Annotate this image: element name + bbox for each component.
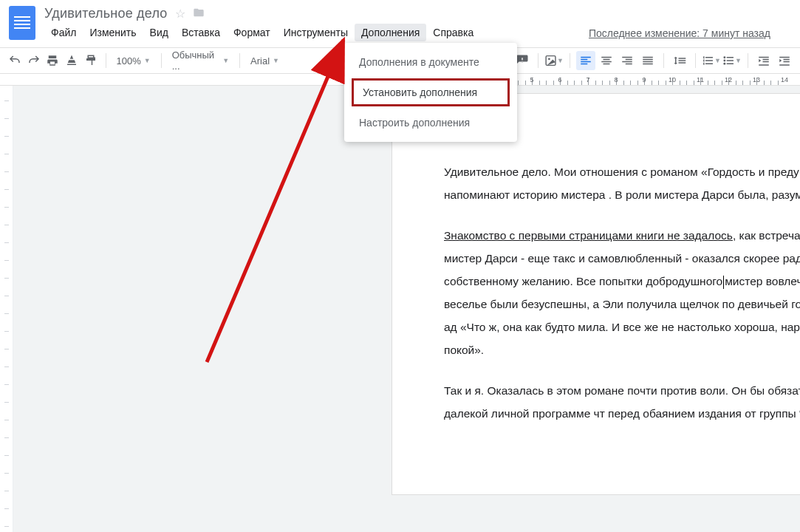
ruler-number: 6 <box>558 76 561 83</box>
spellcheck-button[interactable] <box>63 51 81 70</box>
undo-button[interactable] <box>6 51 24 70</box>
caret-down-icon: ▼ <box>222 57 229 64</box>
separator <box>538 53 539 68</box>
menu-view[interactable]: Вид <box>143 24 175 41</box>
caret-down-icon: ▼ <box>735 57 742 64</box>
ruler-number: 11 <box>697 76 704 83</box>
docs-logo-icon[interactable] <box>9 6 35 40</box>
separator <box>748 53 748 68</box>
menu-insert[interactable]: Вставка <box>175 24 227 41</box>
ruler-number: 13 <box>753 76 760 83</box>
separator <box>161 53 162 68</box>
caret-down-icon: ▼ <box>144 57 151 64</box>
menu-format[interactable]: Формат <box>227 24 277 41</box>
zoom-value: 100% <box>117 55 141 66</box>
paragraph[interactable]: Так и я. Оказалась в этом романе почти п… <box>444 379 800 425</box>
align-right-button[interactable] <box>618 51 637 70</box>
ruler-number: 12 <box>725 76 732 83</box>
menu-file[interactable]: Файл <box>44 24 83 41</box>
menu-help[interactable]: Справка <box>426 24 480 41</box>
paragraph[interactable]: Удивительное дело. Мои отношения с роман… <box>444 160 800 206</box>
caret-down-icon: ▼ <box>714 57 721 64</box>
svg-point-4 <box>723 63 725 65</box>
print-button[interactable] <box>44 51 61 70</box>
indent-button[interactable] <box>775 51 794 70</box>
align-left-button[interactable] <box>576 51 595 70</box>
caret-down-icon: ▼ <box>273 57 279 64</box>
redo-button[interactable] <box>25 51 43 70</box>
align-justify-button[interactable] <box>638 51 657 70</box>
zoom-select[interactable]: 100%▼ <box>112 55 155 66</box>
line-spacing-button[interactable] <box>670 51 689 70</box>
outline-strip <box>0 86 13 532</box>
document-page[interactable]: Удивительное дело. Мои отношения с роман… <box>392 93 800 495</box>
numbered-list-button[interactable]: ▼ <box>702 51 721 70</box>
style-select[interactable]: Обычный ...▼ <box>168 50 233 72</box>
last-edit[interactable]: Последнее изменение: 7 минут назад <box>589 27 770 40</box>
align-center-button[interactable] <box>597 51 616 70</box>
underlined-text[interactable]: Знакомство с первыми страницами книги не… <box>444 229 733 242</box>
separator <box>695 53 696 68</box>
svg-point-2 <box>723 56 725 58</box>
paint-format-button[interactable] <box>82 51 100 70</box>
title-block: Удивительное дело ☆ Файл Изменить Вид Вс… <box>44 6 480 41</box>
bulleted-list-button[interactable]: ▼ <box>722 51 742 70</box>
ruler-number: 7 <box>586 76 589 83</box>
menubar: Файл Изменить Вид Вставка Формат Инструм… <box>44 24 480 41</box>
paragraph[interactable]: Знакомство с первыми страницами книги не… <box>444 224 800 361</box>
svg-point-3 <box>723 60 725 62</box>
menu-addons[interactable]: Дополнения <box>355 24 426 41</box>
ruler-number: 9 <box>642 76 646 83</box>
ruler-number: 14 <box>781 76 788 83</box>
insert-image-button[interactable]: ▼ <box>544 51 564 70</box>
ruler-number: 5 <box>530 76 533 83</box>
document-title[interactable]: Удивительное дело <box>44 6 168 21</box>
font-value: Arial <box>250 55 270 66</box>
move-folder-icon[interactable] <box>193 7 205 21</box>
svg-point-1 <box>548 58 550 60</box>
style-value: Обычный ... <box>172 50 220 72</box>
outdent-button[interactable] <box>754 51 773 70</box>
ruler-number: 8 <box>614 76 618 83</box>
caret-down-icon: ▼ <box>557 57 564 64</box>
menu-edit[interactable]: Изменить <box>83 24 143 41</box>
workspace: Удивительное дело. Мои отношения с роман… <box>0 86 800 532</box>
separator <box>663 53 664 68</box>
dropdown-doc-addons[interactable]: Дополнения в документе <box>344 49 517 75</box>
separator <box>570 53 570 68</box>
font-select[interactable]: Arial▼ <box>246 55 284 66</box>
addons-dropdown: Дополнения в документе Установить дополн… <box>344 43 517 142</box>
document-body[interactable]: Удивительное дело. Мои отношения с роман… <box>444 160 800 425</box>
last-edit-link[interactable]: Последнее изменение: 7 минут назад <box>589 27 770 39</box>
dropdown-configure-addons[interactable]: Настроить дополнения <box>344 109 517 136</box>
menu-tools[interactable]: Инструменты <box>277 24 355 41</box>
separator <box>106 53 106 68</box>
star-icon[interactable]: ☆ <box>175 7 185 21</box>
separator <box>239 53 240 68</box>
ruler-number: 10 <box>669 76 676 83</box>
dropdown-install-addons[interactable]: Установить дополнения <box>352 78 510 106</box>
